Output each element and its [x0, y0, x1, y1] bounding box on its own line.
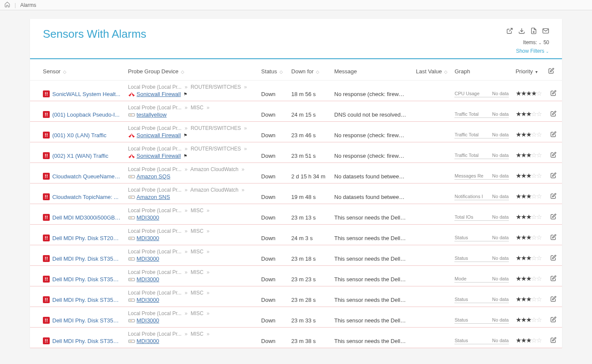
edit-row-icon[interactable] — [550, 276, 556, 283]
edit-row-icon[interactable] — [550, 214, 556, 221]
priority-stars[interactable]: ★★★☆☆ — [516, 254, 541, 262]
device-link[interactable]: MDI3000 — [137, 276, 159, 283]
probe-path[interactable]: Local Probe (Local Pr... » MISC » — [128, 208, 255, 214]
probe-path[interactable]: Local Probe (Local Pr... » MISC » — [128, 249, 255, 255]
col-downfor[interactable]: Down for ◇ — [288, 59, 331, 81]
priority-stars[interactable]: ★★★☆☆ — [516, 131, 541, 138]
edit-row-icon[interactable] — [550, 255, 556, 262]
priority-stars[interactable]: ★★★☆☆ — [516, 234, 541, 241]
sensor-link[interactable]: Cloudwatch QueueName: ... — [52, 173, 121, 180]
priority-stars[interactable]: ★★★☆☆ — [516, 213, 541, 220]
col-priority[interactable]: Priority ▾ — [512, 59, 545, 81]
priority-stars[interactable]: ★★★☆☆ — [516, 172, 541, 179]
probe-path[interactable]: Local Probe (Local Pr... » MISC » — [128, 269, 255, 275]
table-row[interactable]: !!Dell MDI Phy. Disk ST350...Local Probe… — [30, 307, 562, 328]
col-lastvalue[interactable]: Last Value ◇ — [412, 59, 451, 81]
probe-path[interactable]: Local Probe (Local Pr... » MISC » — [128, 310, 255, 316]
device-link[interactable]: Amazon SNS — [137, 194, 170, 200]
priority-stars[interactable]: ★★★☆☆ — [516, 275, 541, 282]
edit-row-icon[interactable] — [550, 173, 556, 180]
table-row[interactable]: !!Cloudwatch QueueName: ...Local Probe (… — [30, 163, 562, 184]
priority-stars[interactable]: ★★★☆☆ — [516, 110, 541, 117]
col-status[interactable]: Status ◇ — [258, 59, 288, 81]
probe-path[interactable]: Local Probe (Local Pr... » Amazon CloudW… — [128, 187, 255, 193]
edit-icon[interactable] — [548, 68, 554, 75]
probe-path[interactable]: Local Probe (Local Pr... » ROUTER/SWITCH… — [128, 84, 255, 90]
priority-stars[interactable]: ★★★☆☆ — [516, 316, 541, 323]
chevron-right-icon: » — [185, 208, 188, 214]
home-icon[interactable] — [4, 1, 10, 9]
edit-row-icon[interactable] — [550, 337, 556, 344]
sensor-link[interactable]: Dell MDI MD3000i500GBR5 — [52, 214, 121, 221]
graph-label: Status — [454, 317, 468, 322]
sensor-link[interactable]: Dell MDI Phy. Disk ST350... — [52, 276, 121, 283]
device-link[interactable]: MDI3000 — [137, 297, 159, 303]
sensor-link[interactable]: Dell MDI Phy. Disk ST350... — [52, 256, 121, 262]
table-row[interactable]: !!Dell MDI Phy. Disk ST350...Local Probe… — [30, 286, 562, 307]
chevron-right-icon: » — [244, 125, 247, 131]
table-row[interactable]: !!Dell MDI Phy. Disk ST350...Local Probe… — [30, 328, 562, 348]
table-row[interactable]: !!Dell MDI MD3000i500GBR5Local Probe (Lo… — [30, 204, 562, 225]
table-row[interactable]: !!Cloudwatch TopicName: ...Local Probe (… — [30, 184, 562, 204]
items-count[interactable]: Items: ⌄ 50 — [506, 39, 549, 45]
device-link[interactable]: Sonicwall Firewall — [137, 132, 181, 138]
table-row[interactable]: !!Dell MDI Phy. Disk ST200...Local Probe… — [30, 225, 562, 245]
priority-stars[interactable]: ★★★☆☆ — [516, 337, 541, 344]
device-link[interactable]: MDI3000 — [137, 338, 159, 344]
probe-path[interactable]: Local Probe (Local Pr... » MISC » — [128, 290, 255, 296]
open-external-icon[interactable] — [506, 27, 513, 36]
export-icon[interactable] — [530, 27, 537, 36]
priority-stars[interactable]: ★★★★☆ — [516, 90, 541, 97]
table-row[interactable]: !!(002) X1 (WAN) TrafficLocal Probe (Loc… — [30, 142, 562, 163]
show-filters-toggle[interactable]: Show Filters ⌄ — [506, 48, 549, 54]
sensor-link[interactable]: Dell MDI Phy. Disk ST350... — [52, 338, 121, 344]
edit-row-icon[interactable] — [550, 111, 556, 118]
download-icon[interactable] — [518, 27, 525, 36]
sensor-link[interactable]: (001) Loopback Pseudo-I... — [52, 111, 120, 118]
sensor-link[interactable]: (002) X1 (WAN) Traffic — [52, 153, 108, 159]
table-row[interactable]: !!(001) X0 (LAN) TrafficLocal Probe (Loc… — [30, 122, 562, 142]
probe-path[interactable]: Local Probe (Local Pr... » MISC » — [128, 331, 255, 337]
sensor-link[interactable]: Cloudwatch TopicName: ... — [52, 194, 118, 200]
sensor-link[interactable]: Dell MDI Phy. Disk ST350... — [52, 297, 121, 303]
col-probe[interactable]: Probe Group Device ◇ — [125, 59, 258, 81]
probe-path[interactable]: Local Probe (Local Pr... » MISC » — [128, 105, 255, 111]
edit-row-icon[interactable] — [550, 90, 556, 97]
edit-row-icon[interactable] — [550, 152, 556, 159]
probe-path[interactable]: Local Probe (Local Pr... » MISC » — [128, 228, 255, 234]
edit-row-icon[interactable] — [550, 317, 556, 324]
device-link[interactable]: MDI3000 — [137, 256, 159, 262]
device-link[interactable]: MDI3000 — [137, 235, 159, 241]
col-sensor[interactable]: Sensor ◇ — [30, 59, 125, 81]
edit-row-icon[interactable] — [550, 193, 556, 200]
priority-stars[interactable]: ★★★☆☆ — [516, 193, 541, 200]
svg-point-27 — [131, 259, 132, 259]
device-link[interactable]: testallyellow — [137, 111, 167, 118]
priority-stars[interactable]: ★★★☆☆ — [516, 151, 541, 159]
breadcrumb-current: Alarms — [20, 2, 36, 8]
graph-mini: StatusNo data — [454, 317, 508, 324]
device-link[interactable]: Sonicwall Firewall — [137, 153, 181, 159]
sensor-link[interactable]: (001) X0 (LAN) Traffic — [52, 132, 106, 138]
edit-row-icon[interactable] — [550, 235, 556, 241]
priority-stars[interactable]: ★★★☆☆ — [516, 295, 541, 303]
device-link[interactable]: Sonicwall Firewall — [137, 91, 181, 97]
svg-point-22 — [130, 238, 131, 239]
device-link[interactable]: Amazon SQS — [137, 173, 171, 180]
device-link[interactable]: MDI3000 — [137, 317, 159, 324]
table-row[interactable]: !!Dell MDI Phy. Disk ST350...Local Probe… — [30, 266, 562, 286]
table-row[interactable]: !!(001) Loopback Pseudo-I...Local Probe … — [30, 101, 562, 122]
sensor-link[interactable]: Dell MDI Phy. Disk ST200... — [52, 235, 121, 241]
mail-icon[interactable] — [542, 27, 549, 36]
status-value: Down — [261, 111, 275, 118]
edit-row-icon[interactable] — [550, 296, 556, 303]
device-link[interactable]: MDI3000 — [137, 214, 159, 221]
table-row[interactable]: !!SonicWALL System Healt...Local Probe (… — [30, 81, 562, 101]
edit-row-icon[interactable] — [550, 132, 556, 138]
sensor-link[interactable]: SonicWALL System Healt... — [52, 91, 120, 97]
table-row[interactable]: !!Dell MDI Phy. Disk ST350...Local Probe… — [30, 245, 562, 266]
sensor-link[interactable]: Dell MDI Phy. Disk ST350... — [52, 317, 121, 324]
probe-path[interactable]: Local Probe (Local Pr... » ROUTER/SWITCH… — [128, 146, 255, 152]
probe-path[interactable]: Local Probe (Local Pr... » ROUTER/SWITCH… — [128, 125, 255, 131]
probe-path[interactable]: Local Probe (Local Pr... » Amazon CloudW… — [128, 166, 255, 172]
